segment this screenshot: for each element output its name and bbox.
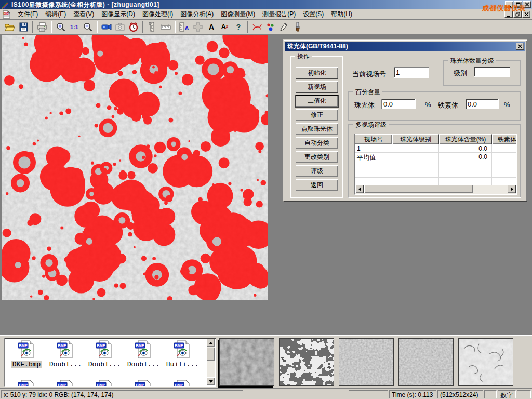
vertical-ruler-icon — [147, 22, 157, 32]
pick-tool-button[interactable] — [278, 21, 290, 33]
line-measure-button[interactable] — [159, 21, 172, 33]
menu-help[interactable]: 帮助(H) — [327, 9, 356, 20]
grade-level-input[interactable] — [474, 66, 510, 77]
table-horizontal-scrollbar[interactable] — [355, 185, 516, 194]
menu-file[interactable]: 文件(F) — [14, 9, 42, 20]
file-browser-scrollbar[interactable] — [207, 339, 215, 385]
dialog-close-button[interactable] — [516, 43, 524, 50]
scrollbar-thumb[interactable] — [364, 185, 473, 193]
col-pearlite-content[interactable]: 珠光体含量(%) — [439, 134, 492, 144]
binarize-button[interactable]: 二值化 — [296, 95, 338, 107]
micrograph-image[interactable] — [2, 35, 268, 300]
scroll-up-button[interactable] — [207, 339, 215, 347]
change-class-button[interactable]: 更改类别 — [296, 151, 338, 163]
dialog-title-bar[interactable]: 珠光体(GB/T9441-88) — [285, 42, 525, 51]
bottom-panel: BMP DKF.bmp BMP Doubl... BMP Doubl... BM… — [0, 335, 532, 389]
col-ferrite[interactable]: 铁素体 — [492, 134, 517, 144]
calibrate-button[interactable]: A — [178, 21, 191, 33]
save-icon — [18, 22, 29, 32]
file-item[interactable]: BMP Doubl... — [86, 340, 123, 368]
zoom-in-icon — [56, 22, 66, 32]
file-name[interactable]: HuiTi... — [165, 361, 200, 368]
menu-image-display[interactable]: 图像显示(D) — [98, 9, 139, 20]
photo-capture-button[interactable] — [114, 21, 126, 33]
document-icon[interactable]: DOC — [2, 10, 11, 19]
minimize-button[interactable] — [505, 1, 513, 8]
thumbnail-1[interactable] — [219, 338, 274, 386]
maximize-button[interactable] — [514, 1, 522, 8]
status-bar: x: 510 y: 79 idx: 0 RGB: (174, 174, 174)… — [0, 389, 532, 399]
thumbnail-2[interactable] — [279, 338, 334, 386]
menu-settings[interactable]: 设置(S) — [299, 9, 327, 20]
file-item-partial[interactable]: BMP — [125, 380, 162, 387]
mdi-minimize-button[interactable] — [504, 11, 513, 18]
menu-measure-report[interactable]: 测量报告(P) — [259, 9, 299, 20]
printer-icon — [37, 22, 47, 32]
file-name[interactable]: DKF.bmp — [11, 361, 42, 368]
file-item[interactable]: BMP HuiTi... — [164, 340, 201, 368]
file-name[interactable]: Doubl... — [48, 361, 83, 368]
save-button[interactable] — [17, 21, 30, 33]
text-tool-button[interactable]: A — [205, 21, 218, 33]
zoom-out-icon — [83, 22, 93, 32]
new-field-button[interactable]: 新视场 — [296, 81, 338, 93]
initialize-button[interactable]: 初始化 — [296, 67, 338, 79]
pick-pearlite-button[interactable]: 点取珠光体 — [296, 123, 338, 135]
scroll-right-button[interactable] — [508, 185, 516, 193]
file-item[interactable]: BMP Doubl... — [125, 340, 162, 368]
classify-tool-button[interactable] — [264, 21, 277, 33]
mdi-close-button[interactable] — [522, 11, 530, 18]
timer-button[interactable] — [127, 21, 140, 33]
file-item-partial[interactable]: BMP — [8, 380, 45, 387]
return-button[interactable]: 返回 — [296, 179, 338, 191]
current-field-input[interactable] — [394, 67, 429, 78]
print-button[interactable] — [36, 21, 48, 33]
zoom-in-button[interactable] — [55, 21, 67, 33]
menu-image-analysis[interactable]: 图像分析(A) — [177, 9, 217, 20]
operations-group-label: 操作 — [295, 52, 312, 61]
file-name[interactable]: Doubl... — [126, 361, 161, 368]
file-name[interactable]: Doubl... — [87, 361, 122, 368]
scrollbar-thumb[interactable] — [207, 348, 215, 361]
grid-overlay-button[interactable] — [192, 21, 204, 33]
svg-text:BMP: BMP — [58, 383, 66, 387]
actual-size-button[interactable]: 1:1 — [68, 21, 81, 33]
auto-classify-button[interactable]: 自动分类 — [296, 137, 338, 149]
help-button[interactable]: ? — [232, 21, 245, 33]
menu-view[interactable]: 查看(V) — [70, 9, 98, 20]
grade-button[interactable]: 评级 — [296, 165, 338, 177]
zoom-out-button[interactable] — [82, 21, 94, 33]
close-button[interactable] — [523, 1, 531, 8]
grade-level-label: 级别 — [454, 69, 467, 78]
menu-image-measure[interactable]: 图像测量(M) — [217, 9, 259, 20]
scroll-down-button[interactable] — [207, 377, 215, 385]
file-item-partial[interactable]: BMP — [47, 380, 84, 387]
menu-image-processing[interactable]: 图像处理(I) — [139, 9, 177, 20]
ferrite-percent-input[interactable] — [466, 99, 499, 109]
file-item[interactable]: BMP Doubl... — [47, 340, 84, 368]
caliper-measure-button[interactable] — [146, 21, 158, 33]
spline-tool-button[interactable] — [251, 21, 263, 33]
thumbnail-4[interactable] — [398, 338, 454, 386]
file-item-partial[interactable]: BMP — [86, 380, 123, 387]
menu-edit[interactable]: 编辑(E) — [42, 9, 70, 20]
status-image-size: (512x512x24) — [437, 390, 483, 398]
ferrite-unit: % — [504, 101, 510, 109]
thumbnail-5[interactable] — [458, 338, 513, 386]
title-bar: IS100显微摄像系统(金相分析版) - [zhuguangti01] — [0, 0, 532, 9]
table-row[interactable]: 平均值 0.0 — [355, 153, 516, 161]
file-item[interactable]: BMP DKF.bmp — [8, 340, 45, 368]
col-pearlite-grade[interactable]: 珠光体级别 — [392, 134, 439, 144]
pearlite-percent-input[interactable] — [381, 99, 416, 109]
table-row[interactable]: 1 0.0 — [355, 144, 516, 153]
mdi-restore-button[interactable] — [513, 11, 522, 18]
file-item-partial[interactable]: BMP — [164, 380, 201, 387]
correct-button[interactable]: 修正 — [296, 109, 338, 121]
paint-tool-button[interactable] — [291, 21, 304, 33]
col-field-no[interactable]: 视场号 — [355, 134, 392, 144]
annotation-edit-button[interactable]: A✗ — [219, 21, 231, 33]
thumbnail-3[interactable] — [339, 338, 394, 386]
scroll-left-button[interactable] — [355, 185, 364, 193]
video-capture-button[interactable] — [100, 21, 113, 33]
open-file-button[interactable] — [4, 21, 16, 33]
